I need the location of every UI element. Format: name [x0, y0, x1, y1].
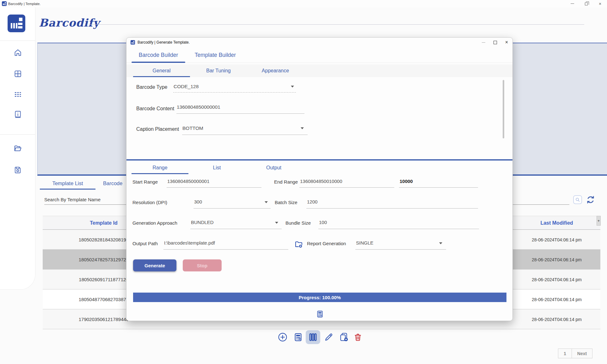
sidebar: [0, 7, 35, 290]
tab-output[interactable]: Output: [245, 161, 302, 174]
output-path-value: I:\barcodes\template.pdf: [164, 240, 215, 246]
header-rule: [89, 24, 584, 25]
dialog-app-icon: [131, 40, 135, 45]
tab-barcode[interactable]: Barcode: [103, 178, 122, 189]
minimize-icon: [571, 3, 574, 4]
tab-template-list[interactable]: Template List: [40, 178, 95, 189]
dialog-minimize-button[interactable]: [482, 42, 485, 43]
generation-approach-value: BUNDLED: [191, 220, 214, 225]
add-circle-icon: [278, 332, 288, 342]
restore-button[interactable]: [579, 0, 593, 7]
field-underline: [399, 187, 478, 188]
barcode-button[interactable]: [306, 330, 320, 344]
add-template-button[interactable]: [277, 331, 289, 343]
dialog-tabs: Barcode Builder Template Builder: [126, 47, 512, 63]
field-underline: [176, 113, 304, 114]
refresh-icon: [586, 195, 595, 204]
home-icon: [14, 48, 22, 57]
generate-button[interactable]: Generate: [133, 259, 176, 271]
field-underline: [190, 229, 282, 229]
dropdown-arrow-icon: [301, 127, 304, 129]
last-modified-cell: 28-06-2024T04:06:14 pm: [513, 309, 600, 329]
batch-size-value: 1200: [307, 199, 317, 204]
field-underline: [299, 187, 394, 188]
last-modified-cell: 28-06-2024T04:06:14 pm: [513, 230, 600, 250]
list-dashes-icon: [14, 90, 22, 99]
refresh-button[interactable]: [585, 194, 596, 205]
app-logo: [8, 15, 25, 32]
field-underline: [306, 208, 478, 209]
tab-template-builder[interactable]: Template Builder: [188, 47, 242, 63]
search-button[interactable]: [573, 195, 582, 204]
duplicate-button[interactable]: [338, 331, 350, 343]
app-root: { "window": { "title": "Barcodify | Temp…: [0, 0, 607, 364]
close-icon: ×: [599, 2, 601, 6]
window-title: Barcodify | Template.: [8, 2, 40, 6]
last-modified-cell: 28-06-2024T04:06:14 pm: [513, 289, 600, 309]
field-underline: [318, 229, 479, 229]
field-underline: [355, 249, 446, 250]
folder-open-icon: [13, 144, 22, 153]
last-modified-cell: 28-06-2024T04:06:14 pm: [513, 270, 600, 289]
close-button[interactable]: ×: [593, 0, 607, 7]
search-icon: [575, 197, 580, 202]
sidebar-item-modules[interactable]: [11, 67, 25, 81]
sidebar-item-save[interactable]: [11, 163, 25, 177]
start-range-label: Start Range: [132, 179, 158, 185]
report-preview-button[interactable]: [316, 309, 324, 319]
dialog-maximize-button[interactable]: [494, 41, 497, 44]
active-mode-tab-underline: [132, 173, 188, 174]
minimize-button[interactable]: [565, 0, 579, 7]
scrollbar-thumb[interactable]: [503, 80, 504, 138]
dialog-titlebar: Barcodify | Generate Template. ×: [126, 38, 512, 47]
delete-trash-icon: [353, 333, 362, 342]
scrollbar-plus-button[interactable]: +: [597, 216, 601, 226]
main-window-titlebar: Barcodify | Template. ×: [0, 0, 607, 7]
report-button[interactable]: [292, 331, 304, 343]
field-underline: [167, 187, 261, 188]
delete-button[interactable]: [352, 331, 364, 343]
dropdown-arrow-icon: [265, 201, 268, 203]
edit-pencil-icon: [324, 332, 334, 342]
duplicate-add-icon: [339, 332, 349, 342]
sidebar-item-list[interactable]: [11, 88, 25, 101]
tab-bar-tuning[interactable]: Bar Tuning: [190, 64, 247, 77]
sidebar-item-folder[interactable]: [11, 141, 25, 155]
barcode-type-label: Barcode Type: [136, 84, 167, 90]
progress-label: Progress: 100.00%: [299, 295, 341, 300]
generation-approach-label: Generation Approach: [132, 220, 177, 226]
tab-label: Barcode: [103, 180, 122, 186]
tab-list[interactable]: List: [188, 161, 245, 174]
end-range-value: 1360804850010000: [300, 179, 342, 184]
tab-range[interactable]: Range: [132, 161, 188, 174]
range-count-value: 10000: [400, 179, 413, 184]
dropdown-arrow-icon: [275, 222, 278, 224]
column-header-last-modified[interactable]: Last Modified: [513, 216, 600, 230]
barcode-content-label: Barcode Content: [136, 106, 174, 112]
field-underline: [193, 208, 271, 209]
dropdown-arrow-icon: [291, 86, 294, 88]
next-page-button[interactable]: Next: [572, 349, 592, 358]
caption-placement-value: BOTTOM: [182, 125, 203, 131]
grid-icon: [14, 70, 22, 78]
page-number-button[interactable]: 1: [558, 349, 572, 358]
tab-appearance[interactable]: Appearance: [247, 64, 304, 77]
section-divider: [126, 159, 512, 161]
report-generation-label: Report Generation: [307, 241, 346, 246]
field-underline: [182, 135, 308, 135]
output-path-label: Output Path: [132, 241, 158, 246]
tab-label: Template List: [52, 180, 83, 186]
tab-barcode-builder[interactable]: Barcode Builder: [132, 47, 185, 63]
tab-general[interactable]: General: [133, 64, 190, 77]
browse-folder-button[interactable]: [294, 240, 303, 250]
stop-button[interactable]: Stop: [183, 259, 222, 271]
barcode-content-value: 1360804850000001: [177, 104, 220, 110]
window-controls: ×: [565, 0, 607, 7]
edit-button[interactable]: [323, 331, 335, 343]
dialog-close-button[interactable]: ×: [505, 40, 508, 45]
folder-plus-icon: [294, 240, 303, 249]
sidebar-item-home[interactable]: [11, 46, 25, 59]
restore-icon: [585, 3, 588, 5]
sidebar-item-info[interactable]: [11, 107, 25, 121]
resolution-label: Resolution (DPI): [132, 200, 167, 205]
